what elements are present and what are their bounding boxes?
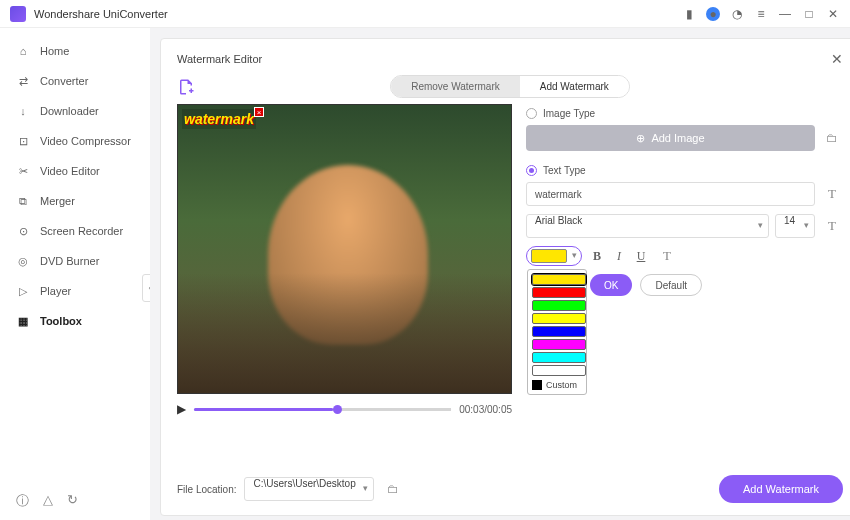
watermark-preview-text: watermark [184,111,254,127]
color-swatch-red[interactable] [532,287,586,298]
sidebar-label: Home [40,45,69,57]
dialog-title: Watermark Editor [177,53,262,65]
text-icon: T [656,248,678,264]
text-type-radio[interactable] [526,165,537,176]
sidebar-item-toolbox[interactable]: ▦Toolbox [0,306,150,336]
user-avatar[interactable]: ● [706,7,720,21]
watermark-editor-dialog: Watermark Editor ✕ Remove Watermark Add … [160,38,850,516]
color-swatch-green[interactable] [532,300,586,311]
sidebar-item-recorder[interactable]: ⊙Screen Recorder [0,216,150,246]
sidebar-label: Converter [40,75,88,87]
sidebar-label: Player [40,285,71,297]
text-type-label: Text Type [543,165,586,176]
record-icon: ⊙ [16,224,30,238]
download-icon: ↓ [16,104,30,118]
sidebar-item-converter[interactable]: ⇄Converter [0,66,150,96]
close-icon[interactable]: ✕ [826,7,840,21]
color-dropdown: Custom [527,269,587,395]
minimize-icon[interactable]: — [778,7,792,21]
dialog-close-button[interactable]: ✕ [831,51,843,67]
merge-icon: ⧉ [16,194,30,208]
add-watermark-button[interactable]: Add Watermark [719,475,843,503]
app-title: Wondershare UniConverter [34,8,682,20]
maximize-icon[interactable]: □ [802,7,816,21]
add-file-icon[interactable] [177,78,195,96]
bold-button[interactable]: B [590,249,604,264]
settings-panel: Image Type ⊕ Add Image 🗀 Text Type [526,104,843,416]
sidebar-item-downloader[interactable]: ↓Downloader [0,96,150,126]
home-icon: ⌂ [16,44,30,58]
sidebar-item-home[interactable]: ⌂Home [0,36,150,66]
menu-icon[interactable]: ≡ [754,7,768,21]
color-swatch-cyan[interactable] [532,352,586,363]
color-select[interactable]: Custom [526,246,582,266]
app-logo [10,6,26,22]
sidebar: ⌂Home ⇄Converter ↓Downloader ⊡Video Comp… [0,28,150,520]
file-location-select[interactable]: C:\Users\User\Desktop [244,477,374,501]
color-swatch-white[interactable] [532,365,586,376]
watermark-remove-icon[interactable]: × [254,107,264,117]
image-type-radio[interactable] [526,108,537,119]
title-bar: Wondershare UniConverter ▮ ● ◔ ≡ — □ ✕ [0,0,850,28]
sidebar-item-compressor[interactable]: ⊡Video Compressor [0,126,150,156]
bell-icon[interactable]: △ [43,492,53,510]
headset-icon[interactable]: ◔ [730,7,744,21]
seek-bar[interactable] [194,408,451,411]
sidebar-item-merger[interactable]: ⧉Merger [0,186,150,216]
browse-location-button[interactable]: 🗀 [382,476,404,502]
scissors-icon: ✂ [16,164,30,178]
sidebar-label: Toolbox [40,315,82,327]
sidebar-label: Merger [40,195,75,207]
compress-icon: ⊡ [16,134,30,148]
play-button[interactable]: ▶ [177,402,186,416]
file-location-label: File Location: [177,484,236,495]
preview-panel: watermark × ▶ 00:03/00:05 [177,104,512,416]
italic-button[interactable]: I [612,249,626,264]
font-size-select[interactable]: 14 [775,214,815,238]
color-swatch-yellow[interactable] [532,274,586,285]
image-type-label: Image Type [543,108,595,119]
text-style-icon[interactable]: T [821,182,843,206]
play-icon: ▷ [16,284,30,298]
add-image-button[interactable]: ⊕ Add Image [526,125,815,151]
sidebar-label: Downloader [40,105,99,117]
sidebar-label: Video Compressor [40,135,131,147]
watermark-mode-tabs: Remove Watermark Add Watermark [390,75,630,98]
color-swatch-blue[interactable] [532,326,586,337]
text-icon: T [821,214,843,238]
default-button[interactable]: Default [640,274,702,296]
plus-icon: ⊕ [636,132,645,145]
browse-image-button[interactable]: 🗀 [821,125,843,151]
tab-add-watermark[interactable]: Add Watermark [520,76,629,97]
sidebar-label: Video Editor [40,165,100,177]
refresh-icon[interactable]: ↻ [67,492,78,510]
sidebar-item-editor[interactable]: ✂Video Editor [0,156,150,186]
content-area: editing os or 100 CD. Watermark Editor ✕… [150,28,850,520]
watermark-overlay[interactable]: watermark × [182,109,256,129]
color-swatch-magenta[interactable] [532,339,586,350]
ok-button[interactable]: OK [590,274,632,296]
sidebar-label: DVD Burner [40,255,99,267]
sidebar-item-dvd[interactable]: ◎DVD Burner [0,246,150,276]
sidebar-label: Screen Recorder [40,225,123,237]
color-custom-option[interactable]: Custom [530,378,584,392]
info-icon[interactable]: ⓘ [16,492,29,510]
disc-icon: ◎ [16,254,30,268]
sidebar-item-player[interactable]: ▷Player [0,276,150,306]
watermark-text-input[interactable] [526,182,815,206]
font-family-select[interactable]: Arial Black [526,214,769,238]
video-preview[interactable]: watermark × [177,104,512,394]
toolbox-icon: ▦ [16,314,30,328]
time-display: 00:03/00:05 [459,404,512,415]
color-swatch-yellow2[interactable] [532,313,586,324]
tab-remove-watermark[interactable]: Remove Watermark [391,76,520,97]
gift-icon[interactable]: ▮ [682,7,696,21]
converter-icon: ⇄ [16,74,30,88]
underline-button[interactable]: U [634,249,648,264]
